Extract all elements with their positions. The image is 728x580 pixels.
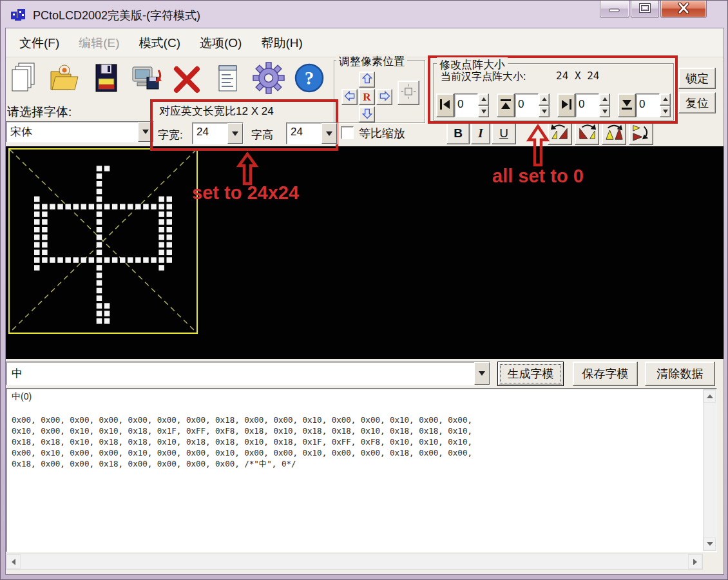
spinner-bottom: 0	[618, 93, 671, 117]
italic-button[interactable]: I	[471, 122, 490, 144]
proportional-scale-checkbox[interactable]	[341, 126, 354, 139]
char-height-combobox[interactable]: 24	[286, 122, 338, 144]
dot-matrix-canvas[interactable]	[10, 150, 196, 333]
close-button[interactable]	[660, 1, 707, 18]
char-height-value: 24	[287, 123, 321, 144]
toolbar-delete-button[interactable]	[169, 59, 206, 97]
window-title: PCtoLCD2002完美版-(字符模式)	[33, 8, 200, 23]
chevron-down-icon	[142, 130, 149, 134]
char-height-dropdown-button[interactable]	[321, 123, 337, 144]
scroll-down-button[interactable]	[704, 537, 716, 550]
char-input-dropdown-button[interactable]	[474, 362, 490, 385]
hex-line: 0x18, 0x00, 0x00, 0x18, 0x00, 0x00, 0x00…	[12, 458, 472, 469]
dot-size-spinners: 0000	[436, 93, 671, 117]
clear-data-button[interactable]: 清除数据	[645, 362, 715, 386]
spinner-right: 0	[557, 93, 610, 117]
help-icon: ?	[292, 61, 327, 95]
char-width-value: 24	[193, 123, 227, 144]
hex-line: 0x00, 0x10, 0x00, 0x00, 0x10, 0x00, 0x00…	[12, 447, 472, 458]
chevron-down-icon	[479, 371, 485, 376]
underline-button[interactable]: U	[492, 122, 516, 144]
lock-button[interactable]: 锁定	[678, 68, 716, 89]
spin-up-icon	[481, 97, 486, 101]
pixel-position-title: 调整像素位置	[336, 54, 407, 69]
toolbar-new-button[interactable]	[6, 59, 43, 97]
char-input-value: 中	[6, 362, 474, 385]
arrow-up-icon	[707, 394, 713, 398]
bottom-spin-down-button[interactable]	[660, 106, 671, 118]
toolbar-help-button[interactable]: ?	[291, 59, 328, 97]
move-up-icon	[361, 72, 374, 88]
bottom-offset-input[interactable]: 0	[636, 93, 660, 117]
toolbar-save-button[interactable]	[88, 59, 124, 97]
flip-vertical-button[interactable]	[602, 121, 626, 145]
char-width-label: 字宽:	[158, 128, 183, 142]
right-offset-input[interactable]: 0	[575, 93, 599, 117]
toolbar-settings-button[interactable]	[251, 59, 287, 97]
output-textarea[interactable]: 中(0) 0x00, 0x00, 0x00, 0x00, 0x00, 0x00,…	[6, 388, 717, 552]
menu-mode[interactable]: 模式(C)	[129, 35, 190, 52]
scroll-left-button[interactable]	[6, 554, 21, 569]
left-spin-down-button[interactable]	[478, 106, 489, 118]
center-glyph-button[interactable]	[398, 81, 419, 105]
menu-options[interactable]: 选项(O)	[190, 35, 251, 52]
move-up-button[interactable]	[359, 72, 375, 88]
top-spin-down-button[interactable]	[539, 106, 550, 118]
spin-down-icon	[481, 110, 486, 113]
ratio-label: 对应英文长宽比12 X 24	[159, 104, 274, 119]
rotate-left-button[interactable]	[548, 121, 572, 145]
top-bound-button[interactable]	[497, 93, 515, 117]
char-height-label: 字高	[251, 128, 273, 142]
char-width-combobox[interactable]: 24	[192, 122, 244, 144]
right-spin-down-button[interactable]	[599, 106, 610, 118]
generate-button[interactable]: 生成字模	[497, 362, 564, 386]
spinner-left: 0	[436, 93, 489, 117]
move-right-button[interactable]	[376, 89, 392, 105]
char-width-dropdown-button[interactable]	[227, 123, 243, 144]
spin-down-icon	[542, 110, 547, 113]
save-as-icon	[129, 61, 164, 95]
rotate-right-icon	[577, 122, 597, 144]
top-offset-input[interactable]: 0	[515, 93, 539, 117]
move-left-button[interactable]	[341, 89, 358, 105]
toolbar-open-button[interactable]	[46, 59, 83, 97]
font-select-label: 请选择字体:	[7, 104, 72, 121]
bound-bottom-icon	[620, 97, 634, 114]
menu-edit: 编辑(E)	[69, 35, 129, 52]
horizontal-scrollbar[interactable]	[6, 554, 703, 570]
save-icon	[89, 61, 123, 95]
spin-up-icon	[602, 97, 608, 101]
scroll-right-button[interactable]	[688, 554, 702, 569]
rotate-left-icon	[550, 122, 570, 144]
zero-note-text: all set to 0	[492, 166, 584, 187]
toolbar-notes-button[interactable]	[209, 59, 246, 97]
bottom-bound-button[interactable]	[618, 93, 636, 117]
delete-x-icon	[170, 61, 204, 95]
reset-position-button[interactable]: R	[359, 89, 375, 105]
minimize-button[interactable]	[600, 1, 629, 18]
top-spin-up-button[interactable]	[539, 93, 550, 106]
char-input-combobox[interactable]: 中	[6, 362, 490, 385]
save-model-button[interactable]: 保存字模	[573, 362, 638, 386]
move-down-button[interactable]	[359, 106, 375, 122]
left-offset-input[interactable]: 0	[454, 93, 478, 117]
menu-file[interactable]: 文件(F)	[10, 35, 69, 52]
right-spin-up-button[interactable]	[599, 93, 610, 106]
toolbar-save-as-button[interactable]	[128, 59, 165, 97]
vertical-scrollbar[interactable]	[703, 389, 716, 551]
bold-button[interactable]: B	[446, 122, 470, 144]
rotate-right-button[interactable]	[575, 121, 599, 145]
hex-line: 0x00, 0x00, 0x00, 0x00, 0x00, 0x00, 0x00…	[12, 414, 472, 425]
bottom-spin-up-button[interactable]	[660, 93, 671, 106]
menu-help[interactable]: 帮助(H)	[251, 35, 312, 52]
font-select-combobox[interactable]: 宋体	[6, 121, 154, 142]
maximize-button[interactable]	[631, 1, 659, 18]
left-spin-up-button[interactable]	[478, 93, 489, 106]
title-bar[interactable]: PCtoLCD2002完美版-(字符模式)	[1, 1, 728, 28]
right-bound-button[interactable]	[557, 93, 575, 117]
hex-line: 0x18, 0x18, 0x10, 0x18, 0x18, 0x10, 0x18…	[12, 436, 472, 447]
scroll-up-button[interactable]	[704, 390, 716, 403]
reset-button[interactable]: 复位	[678, 92, 716, 113]
left-bound-button[interactable]	[436, 93, 454, 117]
flip-horizontal-button[interactable]	[629, 121, 653, 145]
